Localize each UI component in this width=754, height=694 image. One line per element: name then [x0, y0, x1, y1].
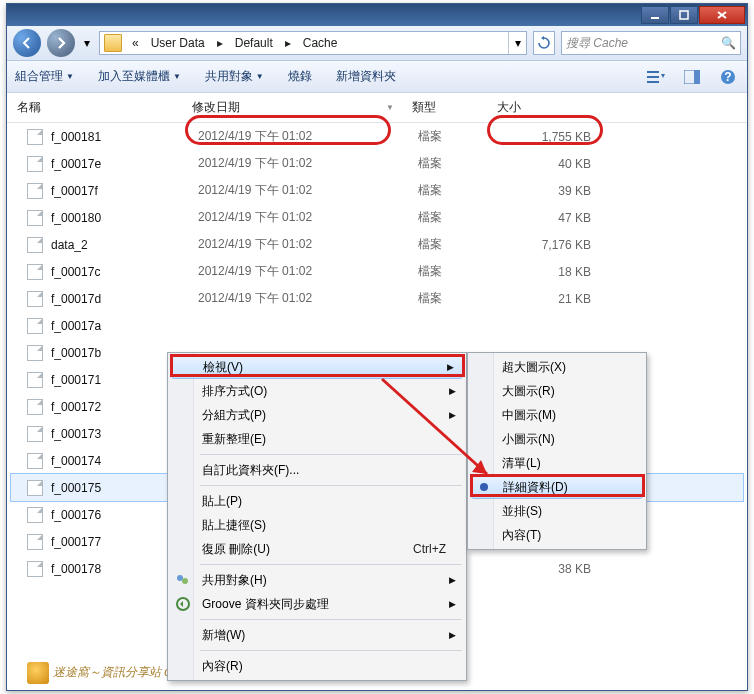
menu-group[interactable]: 分組方式(P)▶	[170, 403, 464, 427]
file-size: 1,755 KB	[503, 130, 603, 144]
file-date: 2012/4/19 下午 01:02	[198, 182, 418, 199]
file-type: 檔案	[418, 263, 503, 280]
submenu-small-icons[interactable]: 小圖示(N)	[470, 427, 644, 451]
back-button[interactable]	[13, 29, 41, 57]
breadcrumb-default[interactable]: Default	[229, 32, 279, 54]
nav-row: ▾ « User Data ▸ Default ▸ Cache ▾ 搜尋 Cac…	[7, 26, 747, 61]
svg-rect-5	[647, 76, 659, 78]
file-icon	[27, 507, 43, 523]
file-row[interactable]: f_00017a	[7, 312, 747, 339]
file-name: f_00017d	[51, 292, 198, 306]
menu-paste-shortcut[interactable]: 貼上捷徑(S)	[170, 513, 464, 537]
submenu-details[interactable]: 詳細資料(D)	[471, 475, 643, 499]
file-type: 檔案	[418, 182, 503, 199]
menu-new[interactable]: 新增(W)▶	[170, 623, 464, 647]
file-row[interactable]: f_00017e2012/4/19 下午 01:02檔案40 KB	[7, 150, 747, 177]
share-icon	[176, 573, 190, 587]
breadcrumb-userdata[interactable]: User Data	[145, 32, 211, 54]
svg-point-12	[182, 578, 188, 584]
svg-rect-6	[647, 81, 659, 83]
submenu-extra-large-icons[interactable]: 超大圖示(X)	[470, 355, 644, 379]
file-icon	[27, 156, 43, 172]
menu-sort[interactable]: 排序方式(O)▶	[170, 379, 464, 403]
forward-button[interactable]	[47, 29, 75, 57]
search-input[interactable]: 搜尋 Cache 🔍	[561, 31, 741, 55]
menu-refresh[interactable]: 重新整理(E)	[170, 427, 464, 451]
file-icon	[27, 237, 43, 253]
submenu-tiles[interactable]: 並排(S)	[470, 499, 644, 523]
breadcrumb-sep: ▸	[211, 32, 229, 54]
burn-button[interactable]: 燒錄	[288, 68, 312, 85]
menu-groove-sync[interactable]: Groove 資料夾同步處理▶	[170, 592, 464, 616]
menu-undo[interactable]: 復原 刪除(U)Ctrl+Z	[170, 537, 464, 561]
column-size[interactable]: 大小	[487, 93, 607, 122]
menu-view[interactable]: 檢視(V)▶	[171, 355, 463, 379]
submenu-medium-icons[interactable]: 中圖示(M)	[470, 403, 644, 427]
menu-customize-folder[interactable]: 自訂此資料夾(F)...	[170, 458, 464, 482]
file-row[interactable]: f_00017f2012/4/19 下午 01:02檔案39 KB	[7, 177, 747, 204]
column-header-row: 名稱 修改日期▼ 類型 大小	[7, 93, 747, 123]
file-name: f_00017c	[51, 265, 198, 279]
preview-pane-button[interactable]	[681, 66, 703, 88]
column-date[interactable]: 修改日期▼	[182, 93, 402, 122]
new-folder-button[interactable]: 新增資料夾	[336, 68, 396, 85]
view-submenu: 超大圖示(X) 大圖示(R) 中圖示(M) 小圖示(N) 清單(L) 詳細資料(…	[467, 352, 647, 550]
file-size: 18 KB	[503, 265, 603, 279]
refresh-button[interactable]	[533, 31, 555, 55]
address-dropdown[interactable]: ▾	[508, 32, 526, 54]
svg-rect-4	[647, 71, 659, 73]
breadcrumb-sep[interactable]: «	[126, 32, 145, 54]
file-icon	[27, 480, 43, 496]
file-date: 2012/4/19 下午 01:02	[198, 236, 418, 253]
file-date: 2012/4/19 下午 01:02	[198, 155, 418, 172]
organize-menu[interactable]: 組合管理▼	[15, 68, 74, 85]
svg-text:?: ?	[724, 70, 731, 84]
file-type: 檔案	[418, 128, 503, 145]
file-icon	[27, 291, 43, 307]
svg-rect-1	[680, 11, 688, 19]
help-button[interactable]: ?	[717, 66, 739, 88]
breadcrumb-sep: ▸	[279, 32, 297, 54]
breadcrumb-cache[interactable]: Cache	[297, 32, 344, 54]
file-size: 47 KB	[503, 211, 603, 225]
column-type[interactable]: 類型	[402, 93, 487, 122]
file-icon	[27, 264, 43, 280]
submenu-large-icons[interactable]: 大圖示(R)	[470, 379, 644, 403]
nav-history-dropdown[interactable]: ▾	[81, 32, 93, 54]
file-row[interactable]: f_0001802012/4/19 下午 01:02檔案47 KB	[7, 204, 747, 231]
file-row[interactable]: f_00017c2012/4/19 下午 01:02檔案18 KB	[7, 258, 747, 285]
maximize-button[interactable]	[670, 6, 698, 24]
add-to-library-menu[interactable]: 加入至媒體櫃▼	[98, 68, 181, 85]
minimize-button[interactable]	[641, 6, 669, 24]
file-icon	[27, 129, 43, 145]
file-row[interactable]: f_00017d2012/4/19 下午 01:02檔案21 KB	[7, 285, 747, 312]
file-type: 檔案	[418, 290, 503, 307]
share-menu[interactable]: 共用對象▼	[205, 68, 264, 85]
menu-share[interactable]: 共用對象(H)▶	[170, 568, 464, 592]
close-button[interactable]	[699, 6, 745, 24]
address-bar[interactable]: « User Data ▸ Default ▸ Cache ▾	[99, 31, 527, 55]
explorer-window: ▾ « User Data ▸ Default ▸ Cache ▾ 搜尋 Cac…	[6, 3, 748, 691]
view-mode-dropdown[interactable]	[645, 66, 667, 88]
submenu-content[interactable]: 內容(T)	[470, 523, 644, 547]
menu-properties[interactable]: 內容(R)	[170, 654, 464, 678]
search-placeholder: 搜尋 Cache	[566, 35, 628, 52]
groove-icon	[176, 597, 190, 611]
file-icon	[27, 318, 43, 334]
submenu-list[interactable]: 清單(L)	[470, 451, 644, 475]
menu-paste[interactable]: 貼上(P)	[170, 489, 464, 513]
file-row[interactable]: f_0001812012/4/19 下午 01:02檔案1,755 KB	[7, 123, 747, 150]
file-row[interactable]: data_22012/4/19 下午 01:02檔案7,176 KB	[7, 231, 747, 258]
file-type: 檔案	[418, 155, 503, 172]
folder-icon	[104, 34, 122, 52]
file-icon	[27, 561, 43, 577]
svg-point-11	[177, 575, 183, 581]
file-size: 40 KB	[503, 157, 603, 171]
file-size: 21 KB	[503, 292, 603, 306]
file-icon	[27, 534, 43, 550]
column-name[interactable]: 名稱	[7, 93, 182, 122]
search-icon: 🔍	[721, 36, 736, 50]
radio-selected-icon	[480, 483, 488, 491]
svg-rect-8	[694, 70, 700, 84]
file-date: 2012/4/19 下午 01:02	[198, 128, 418, 145]
